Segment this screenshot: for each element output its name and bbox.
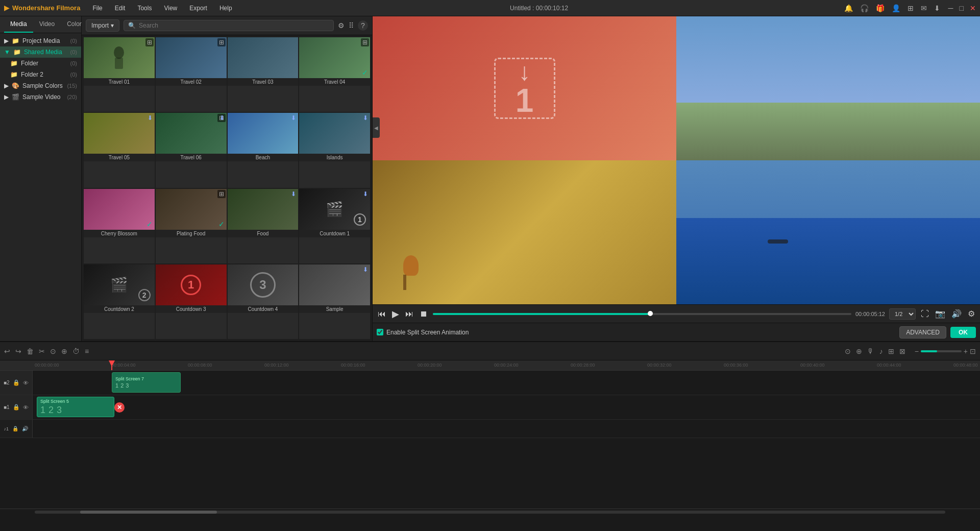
lock-icon-v2[interactable]: 🔒 bbox=[13, 379, 20, 386]
preview-panel: ↓ 1 ↓ 3 bbox=[373, 16, 980, 341]
cut-button[interactable]: ✂ bbox=[39, 347, 45, 355]
auto-button[interactable]: ≡ bbox=[85, 347, 89, 355]
settings-button[interactable]: ⚙ bbox=[967, 308, 976, 320]
collapse-handle[interactable]: ◀ bbox=[373, 117, 380, 138]
gift-icon[interactable]: 🎁 bbox=[876, 4, 885, 12]
paste-button[interactable]: ⊕ bbox=[61, 347, 67, 355]
ratio-select[interactable]: 1/2 1/1 Full bbox=[889, 308, 916, 320]
user-icon[interactable]: 👤 bbox=[892, 4, 900, 12]
media-item-travel02[interactable]: ⊞ Travel 02 bbox=[156, 37, 227, 112]
menu-file[interactable]: File bbox=[90, 3, 104, 14]
menu-tools[interactable]: Tools bbox=[135, 3, 154, 14]
tree-sample-colors[interactable]: ▶ 🎨 Sample Colors (15) bbox=[0, 80, 81, 91]
clip-split-screen-7[interactable]: Split Screen 7 1 2 3 bbox=[112, 372, 181, 393]
menu-edit[interactable]: Edit bbox=[113, 3, 128, 14]
notification-icon[interactable]: 🔔 bbox=[844, 4, 853, 12]
media-item-grey[interactable]: ⬇ Sample bbox=[299, 264, 370, 339]
media-item-travel01[interactable]: ⊞ Travel 01 bbox=[84, 37, 155, 112]
app-logo: ▶ Wondershare Filmora bbox=[4, 4, 80, 12]
effects-icon[interactable]: ⊙ bbox=[845, 347, 851, 355]
view-button[interactable]: ⠿ bbox=[349, 21, 354, 30]
zoom-out-icon[interactable]: − bbox=[915, 347, 919, 355]
media-item-countdown2[interactable]: 🎬 2 Countdown 2 bbox=[84, 264, 155, 339]
fit-icon[interactable]: ⊡ bbox=[970, 347, 976, 355]
speed-button[interactable]: ⏱ bbox=[72, 347, 80, 355]
media-label-cdown-red: Countdown 3 bbox=[156, 305, 227, 313]
media-item-cdown-red[interactable]: 1 Countdown 3 bbox=[156, 264, 227, 339]
lock-icon-v1[interactable]: 🔒 bbox=[13, 404, 20, 411]
filter-button[interactable]: ⚙ bbox=[338, 21, 345, 30]
search-box[interactable]: 🔍 bbox=[124, 20, 334, 31]
logo-icon: ▶ bbox=[4, 4, 9, 12]
maximize-button[interactable]: □ bbox=[960, 4, 964, 12]
media-item-islands[interactable]: ⬇ Islands bbox=[299, 113, 370, 187]
tree-folder2[interactable]: 📁 Folder 2 (0) bbox=[0, 69, 81, 80]
media-item-cdown-circle[interactable]: 3 Countdown 4 bbox=[228, 264, 299, 339]
zoom-slider[interactable] bbox=[921, 350, 962, 352]
mask-icon[interactable]: ⊕ bbox=[856, 347, 862, 355]
menu-export[interactable]: Export bbox=[187, 3, 209, 14]
audio-icon[interactable]: ♪ bbox=[879, 347, 883, 355]
prev-frame-button[interactable]: ⏮ bbox=[377, 308, 387, 320]
tree-project-media[interactable]: ▶ 📁 Project Media (0) bbox=[0, 35, 81, 46]
search-input[interactable] bbox=[139, 22, 329, 29]
copy-button[interactable]: ⊙ bbox=[50, 347, 56, 355]
close-button[interactable]: ✕ bbox=[970, 4, 976, 12]
progress-handle[interactable] bbox=[648, 311, 653, 316]
media-item-food[interactable]: ⬇ Food bbox=[228, 189, 299, 263]
media-item-travel05[interactable]: ⬇ Travel 05 bbox=[84, 113, 155, 187]
media-item-travel06[interactable]: ⊞ ⬇ Travel 06 bbox=[156, 113, 227, 187]
mic-icon[interactable]: 🎙 bbox=[867, 347, 874, 355]
help-button[interactable]: ? bbox=[358, 20, 368, 31]
crop-icon[interactable]: ⊠ bbox=[899, 347, 905, 355]
headphones-icon[interactable]: 🎧 bbox=[860, 4, 869, 12]
tab-video[interactable]: Video bbox=[33, 16, 61, 33]
zoom-in-icon[interactable]: + bbox=[964, 347, 968, 355]
clip-split-screen-5[interactable]: Split Screen 5 123 bbox=[37, 397, 114, 417]
eye-icon-v2[interactable]: 👁 bbox=[23, 380, 29, 386]
eye-icon-v1[interactable]: 👁 bbox=[23, 404, 29, 411]
tree-shared-media[interactable]: ▼ 📁 Shared Media (0) bbox=[0, 46, 81, 58]
mail-icon[interactable]: ✉ bbox=[921, 4, 927, 12]
palette-icon: 🎨 bbox=[12, 82, 19, 89]
screenshot-button[interactable]: 📷 bbox=[934, 308, 946, 320]
undo-button[interactable]: ↩ bbox=[4, 347, 10, 355]
volume-icon-audio[interactable]: 🔊 bbox=[22, 426, 28, 431]
redo-button[interactable]: ↪ bbox=[15, 347, 21, 355]
preview-progress-bar[interactable] bbox=[433, 313, 851, 315]
subtitle-icon[interactable]: ⊞ bbox=[888, 347, 894, 355]
media-label-beach: Beach bbox=[228, 154, 299, 161]
fullscreen-button[interactable]: ⛶ bbox=[920, 308, 930, 320]
media-item-travel03[interactable]: Travel 03 bbox=[228, 37, 299, 112]
media-item-countdown[interactable]: 🎬 1 ⬇ Countdown 1 bbox=[299, 189, 370, 263]
delete-button[interactable]: 🗑 bbox=[27, 347, 34, 355]
media-item-cherry[interactable]: ✓ Cherry Blossom bbox=[84, 189, 155, 263]
next-frame-button[interactable]: ⏭ bbox=[404, 308, 414, 320]
media-item-plating[interactable]: ⊞ ✓ Plating Food bbox=[156, 189, 227, 263]
ruler-1: 00:00:04:00 bbox=[111, 363, 136, 368]
split-animation-toggle[interactable]: Enable Split Screen Animation bbox=[377, 329, 469, 336]
tree-folder[interactable]: 📁 Folder (0) bbox=[0, 58, 81, 69]
ok-button[interactable]: OK bbox=[950, 327, 976, 338]
lock-icon-audio[interactable]: 🔒 bbox=[12, 426, 18, 431]
timeline-scrollbar[interactable] bbox=[0, 509, 980, 515]
timeline-area: ↩ ↪ 🗑 ✂ ⊙ ⊕ ⏱ ≡ ⊙ ⊕ 🎙 ♪ ⊞ ⊠ − + ⊡ bbox=[0, 341, 980, 515]
scrollbar-thumb[interactable] bbox=[80, 511, 217, 514]
play-button[interactable]: ▶ bbox=[391, 307, 400, 321]
layout-icon[interactable]: ⊞ bbox=[908, 4, 914, 12]
menu-help[interactable]: Help bbox=[217, 3, 234, 14]
stop-button[interactable]: ⏹ bbox=[419, 308, 429, 320]
timeline-tracks: ■2 🔒 👁 Split Screen 7 1 2 3 bbox=[0, 371, 980, 509]
menu-view[interactable]: View bbox=[162, 3, 179, 14]
volume-button[interactable]: 🔊 bbox=[950, 308, 963, 320]
split-animation-checkbox[interactable] bbox=[377, 329, 383, 335]
media-item-travel04[interactable]: ⊞ ✓ Travel 04 bbox=[299, 37, 370, 112]
import-button[interactable]: Import ▾ bbox=[86, 19, 119, 32]
advanced-button[interactable]: ADVANCED bbox=[899, 326, 946, 339]
tree-sample-video[interactable]: ▶ 🎬 Sample Video (20) bbox=[0, 91, 81, 103]
minimize-button[interactable]: ─ bbox=[948, 4, 953, 12]
tab-media[interactable]: Media bbox=[4, 16, 33, 33]
drop-zone-1: ↓ 1 bbox=[494, 58, 555, 119]
download-icon[interactable]: ⬇ bbox=[934, 4, 940, 12]
media-item-beach[interactable]: ⬇ Beach bbox=[228, 113, 299, 187]
